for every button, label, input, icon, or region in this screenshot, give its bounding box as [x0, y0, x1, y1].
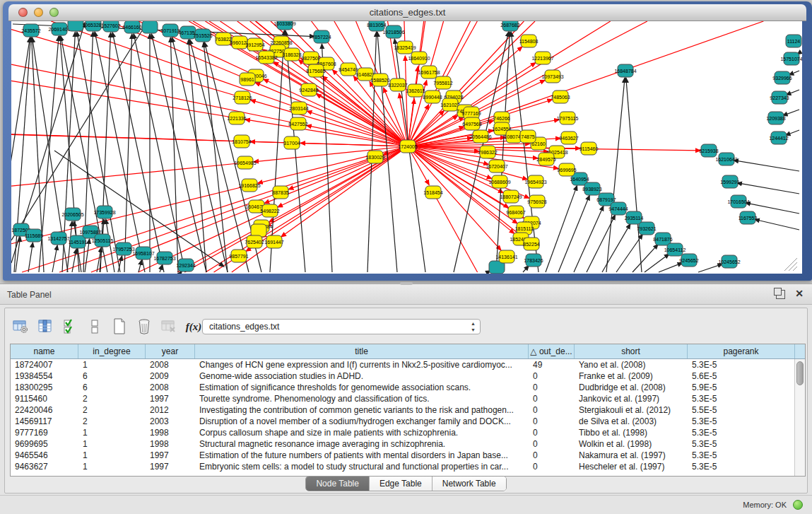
svg-text:8175685: 8175685 — [306, 69, 325, 74]
svg-text:8215938: 8215938 — [699, 148, 718, 153]
svg-text:10973493: 10973493 — [541, 74, 563, 79]
column-header-short[interactable]: short — [575, 344, 688, 358]
table-body: 1872400712008Changes of HCN gene express… — [11, 359, 805, 472]
table-row[interactable]: 946362711997Embryonic stem cells: a mode… — [11, 461, 805, 472]
cell: Franke et al. (2009) — [575, 370, 688, 382]
cell: 1 — [78, 438, 146, 450]
cell: de Silva et al. (2003) — [575, 416, 688, 427]
new-table-icon[interactable] — [110, 317, 129, 336]
svg-text:2718126: 2718126 — [233, 95, 252, 100]
table-mode-icon[interactable] — [11, 317, 30, 336]
svg-text:7932621: 7932621 — [637, 226, 656, 231]
delete-columns-icon[interactable] — [135, 317, 153, 336]
svg-text:18640910: 18640910 — [408, 56, 430, 61]
svg-text:1221336: 1221336 — [227, 116, 246, 121]
table-row[interactable]: 977716911998Corpus callosum shape and si… — [11, 427, 805, 438]
svg-text:18807249: 18807249 — [500, 194, 522, 199]
table-row[interactable]: 969969511998Structural magnetic resonanc… — [11, 438, 805, 450]
svg-text:16720407: 16720407 — [486, 164, 507, 169]
network-window-titlebar[interactable]: citations_edges.txt — [8, 4, 806, 21]
svg-text:1724005: 1724005 — [398, 144, 417, 149]
column-header-pagerank[interactable]: pagerank — [688, 344, 795, 358]
svg-text:2687682: 2687682 — [500, 23, 519, 28]
table-toolbar: f(x) — [11, 315, 203, 339]
svg-text:1518454: 1518454 — [423, 190, 442, 195]
tab-network-table[interactable]: Network Table — [433, 477, 506, 491]
scrollbar-thumb[interactable] — [796, 361, 804, 385]
tab-node-table[interactable]: Node Table — [306, 477, 370, 491]
show-columns-icon[interactable] — [36, 317, 54, 336]
cell: 1997 — [146, 393, 195, 404]
cell: 5.3E-5 — [688, 438, 795, 450]
cell: Estimation of significance thresholds fo… — [195, 382, 529, 393]
node-table[interactable]: namein_degreeyeartitle△ out_de...shortpa… — [10, 344, 806, 477]
splitter-handle[interactable] — [400, 282, 413, 285]
svg-text:887835: 887835 — [272, 190, 288, 195]
cell: Disruption of a novel member of a sodium… — [195, 416, 529, 427]
table-panel-title: Table Panel — [7, 290, 52, 300]
svg-text:8454749: 8454749 — [339, 67, 358, 72]
svg-text:15751074: 15751074 — [780, 57, 802, 62]
table-row[interactable]: 1938455462009Genome-wide association stu… — [11, 370, 805, 382]
cell: 49 — [529, 359, 575, 370]
svg-text:9684067: 9684067 — [506, 210, 525, 215]
svg-text:9463627: 9463627 — [559, 136, 578, 141]
svg-text:1691447: 1691447 — [264, 240, 283, 245]
column-header-title[interactable]: title — [195, 344, 529, 358]
svg-text:1588520: 1588520 — [370, 78, 389, 83]
table-row[interactable]: 911546021997Tourette syndrome. Phenomeno… — [11, 393, 805, 404]
network-canvas[interactable]: 2435572206914061065328715276026466160107… — [11, 21, 802, 274]
svg-text:8471876: 8471876 — [653, 237, 672, 242]
svg-text:1815112: 1815112 — [515, 226, 534, 231]
cell: 5.3E-5 — [688, 461, 795, 472]
close-panel-icon[interactable]: ✕ — [795, 288, 804, 299]
cell: 6 — [78, 370, 146, 382]
svg-text:10975887: 10975887 — [79, 230, 101, 235]
svg-text:20691406: 20691406 — [48, 27, 70, 32]
cell: 14569117 — [11, 416, 78, 427]
citation-network-graph[interactable]: 2435572206914061065328715276026466160107… — [11, 21, 802, 274]
svg-text:17359928: 17359928 — [93, 210, 115, 215]
svg-text:1599291: 1599291 — [720, 180, 739, 185]
svg-text:12505115: 12505115 — [92, 238, 114, 243]
svg-text:2435572: 2435572 — [21, 28, 40, 33]
table-row[interactable]: 1830029562008Estimation of significance … — [11, 382, 805, 393]
cell: 1997 — [146, 450, 195, 461]
select-all-icon[interactable] — [61, 317, 79, 336]
table-panel-titlebar: Table Panel ✕ — [0, 284, 812, 305]
svg-text:1810754: 1810754 — [232, 139, 251, 144]
table-scrollbar[interactable] — [794, 359, 805, 476]
table-row[interactable]: 1872400712008Changes of HCN gene express… — [11, 359, 805, 370]
column-header-name[interactable]: name — [11, 344, 78, 358]
cell: 0 — [529, 438, 575, 450]
cell: 2 — [78, 393, 146, 404]
svg-text:9227343: 9227343 — [770, 95, 789, 100]
column-header-year[interactable]: year — [146, 344, 195, 358]
clear-selection-icon[interactable] — [86, 317, 104, 336]
cell: 18300295 — [11, 382, 78, 393]
svg-text:9242848: 9242848 — [299, 88, 318, 93]
column-header-in_degree[interactable]: in_degree — [78, 344, 146, 358]
cell: 9465546 — [11, 450, 78, 461]
svg-text:1154808: 1154808 — [519, 39, 539, 44]
table-row[interactable]: 1456911722003Disruption of a novel membe… — [11, 416, 805, 427]
svg-text:16033809: 16033809 — [273, 21, 295, 26]
column-header-out_de[interactable]: △ out_de... — [529, 344, 575, 358]
table-row[interactable]: 2242004622012Investigating the contribut… — [11, 404, 805, 416]
svg-text:1244412: 1244412 — [769, 136, 788, 141]
svg-text:9146821: 9146821 — [355, 72, 375, 77]
cell: 1997 — [146, 461, 195, 472]
cell: 18724007 — [11, 359, 78, 370]
table-row[interactable]: 946554611997Estimation of the future num… — [11, 450, 805, 461]
cell: 0 — [529, 416, 575, 427]
svg-text:1167553: 1167553 — [739, 216, 758, 221]
tab-edge-table[interactable]: Edge Table — [370, 477, 433, 491]
function-builder-icon[interactable]: f(x) — [184, 317, 203, 336]
cell: 5.9E-5 — [688, 382, 795, 393]
svg-text:6879197: 6879197 — [596, 197, 616, 202]
svg-text:9777169: 9777169 — [461, 111, 481, 116]
svg-text:16543382: 16543382 — [255, 55, 277, 60]
cell: Corpus callosum shape and size in male p… — [195, 427, 529, 438]
float-panel-icon[interactable] — [776, 290, 785, 299]
table-select-dropdown[interactable]: citations_edges.txt ▲▼ — [202, 319, 481, 334]
